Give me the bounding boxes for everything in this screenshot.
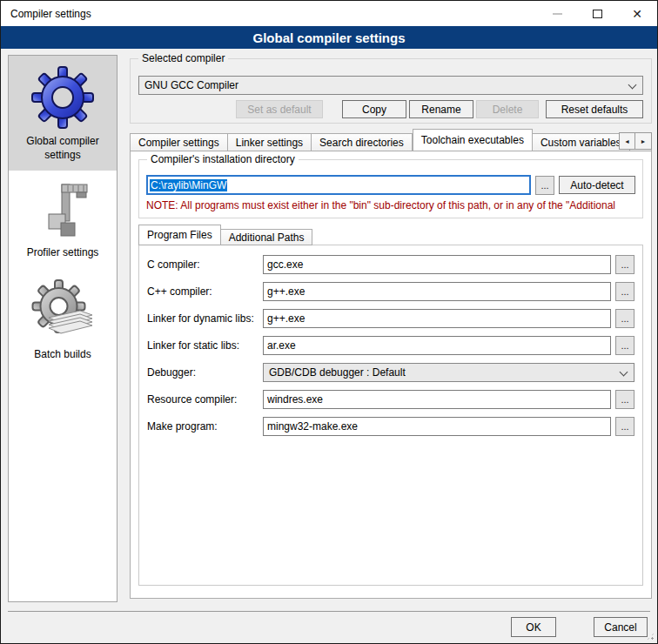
- gear-blue-icon: [30, 64, 96, 131]
- settings-category-list: Global compiler settings: [8, 55, 118, 602]
- field-label: Linker for dynamic libs:: [147, 312, 263, 325]
- field-label: C compiler:: [147, 258, 263, 271]
- dynamic-linker-browse-button[interactable]: ...: [615, 309, 634, 328]
- c-compiler-input[interactable]: [263, 255, 611, 274]
- field-row-make-program: Make program: ...: [147, 417, 634, 436]
- sidebar-item-profiler-settings[interactable]: Profiler settings: [9, 171, 117, 269]
- minimize-button[interactable]: [537, 1, 577, 26]
- title-bar: Compiler settings ✕: [1, 1, 657, 26]
- compiler-select[interactable]: GNU GCC Compiler: [138, 76, 643, 95]
- installation-directory-browse-button[interactable]: ...: [535, 176, 554, 195]
- field-row-cpp-compiler: C++ compiler: ...: [147, 282, 634, 301]
- field-label: Linker for static libs:: [147, 339, 263, 352]
- tab-program-files[interactable]: Program Files: [138, 225, 221, 245]
- window-title: Compiler settings: [1, 8, 91, 20]
- tab-linker-settings[interactable]: Linker settings: [228, 133, 312, 151]
- debugger-select-value: GDB/CDB debugger : Default: [269, 366, 406, 379]
- installation-directory-value: C:\raylib\MinGW: [150, 179, 227, 191]
- c-compiler-browse-button[interactable]: ...: [615, 255, 634, 274]
- field-row-resource-compiler: Resource compiler: ...: [147, 390, 634, 409]
- cpp-compiler-browse-button[interactable]: ...: [615, 282, 634, 301]
- sidebar-item-label: Profiler settings: [14, 246, 111, 260]
- dynamic-linker-input[interactable]: [263, 309, 611, 328]
- installation-directory-group: Compiler's installation directory C:\ray…: [138, 159, 643, 218]
- dialog-body: Global compiler settings: [1, 50, 657, 643]
- maximize-icon: [593, 10, 602, 18]
- tab-scroll-buttons: ◄ ►: [619, 132, 652, 150]
- static-linker-browse-button[interactable]: ...: [615, 336, 634, 355]
- selected-compiler-group: Selected compiler GNU GCC Compiler Set a…: [130, 58, 652, 124]
- sidebar-item-global-compiler-settings[interactable]: Global compiler settings: [9, 56, 117, 171]
- compiler-settings-dialog: Compiler settings ✕ Global compiler sett…: [0, 0, 658, 644]
- close-icon: ✕: [632, 8, 642, 20]
- delete-button[interactable]: Delete: [476, 100, 539, 118]
- chevron-down-icon: [628, 81, 637, 90]
- program-files-tabs: Program Files Additional Paths: [138, 225, 643, 245]
- compiler-settings-tabs: Compiler settings Linker settings Search…: [130, 130, 652, 151]
- gear-stack-icon: [30, 278, 96, 344]
- minimize-icon: [553, 13, 562, 15]
- resource-compiler-input[interactable]: [263, 390, 611, 409]
- field-row-debugger: Debugger: GDB/CDB debugger : Default: [147, 363, 634, 382]
- cancel-button[interactable]: Cancel: [594, 617, 648, 637]
- arrow-left-icon: ◄: [624, 138, 630, 144]
- installation-directory-group-label: Compiler's installation directory: [147, 153, 299, 165]
- caliper-icon: [31, 179, 94, 242]
- auto-detect-button[interactable]: Auto-detect: [559, 176, 635, 194]
- copy-button[interactable]: Copy: [342, 100, 406, 118]
- toolchain-executables-page: Compiler's installation directory C:\ray…: [130, 151, 652, 599]
- maximize-button[interactable]: [577, 1, 617, 26]
- resource-compiler-browse-button[interactable]: ...: [615, 390, 634, 409]
- window-controls: ✕: [537, 1, 657, 26]
- cpp-compiler-input[interactable]: [263, 282, 611, 301]
- sidebar-item-label: Batch builds: [14, 348, 111, 362]
- tab-search-directories[interactable]: Search directories: [312, 133, 413, 151]
- tab-compiler-settings[interactable]: Compiler settings: [130, 133, 228, 151]
- field-row-static-linker: Linker for static libs: ...: [147, 336, 634, 355]
- make-program-input[interactable]: [263, 417, 611, 436]
- field-label: Make program:: [147, 420, 263, 433]
- field-row-dynamic-linker: Linker for dynamic libs: ...: [147, 309, 634, 328]
- make-program-browse-button[interactable]: ...: [615, 417, 634, 436]
- debugger-select[interactable]: GDB/CDB debugger : Default: [263, 363, 634, 382]
- tab-custom-variables[interactable]: Custom variables: [533, 133, 630, 151]
- close-button[interactable]: ✕: [617, 1, 657, 26]
- field-label: C++ compiler:: [147, 285, 263, 298]
- reset-defaults-button[interactable]: Reset defaults: [546, 100, 643, 118]
- field-row-c-compiler: C compiler: ...: [147, 255, 634, 274]
- set-as-default-button[interactable]: Set as default: [236, 100, 323, 118]
- field-label: Debugger:: [147, 366, 263, 379]
- rename-button[interactable]: Rename: [409, 100, 473, 118]
- footer-separator: [8, 611, 650, 612]
- program-files-page: C compiler: ... C++ compiler: ... Linker…: [138, 245, 643, 586]
- static-linker-input[interactable]: [263, 336, 611, 355]
- sidebar-item-batch-builds[interactable]: Batch builds: [9, 269, 117, 371]
- dialog-banner: Global compiler settings: [1, 26, 657, 49]
- installation-directory-input[interactable]: C:\raylib\MinGW: [146, 175, 531, 195]
- installation-directory-row: C:\raylib\MinGW ... Auto-detect: [146, 175, 635, 195]
- arrow-right-icon: ►: [641, 138, 647, 144]
- tab-toolchain-executables[interactable]: Toolchain executables: [413, 129, 533, 151]
- sidebar-item-label: Global compiler settings: [14, 135, 111, 162]
- banner-title: Global compiler settings: [252, 30, 405, 45]
- bin-subdirectory-note: NOTE: All programs must exist either in …: [146, 199, 642, 211]
- field-label: Resource compiler:: [147, 393, 263, 406]
- compiler-select-value: GNU GCC Compiler: [144, 79, 238, 91]
- chevron-down-icon: [620, 368, 628, 377]
- selected-compiler-group-label: Selected compiler: [138, 52, 228, 64]
- compiler-actions-row: Set as default Copy Rename Delete Reset …: [138, 100, 643, 118]
- tab-scroll-right-button[interactable]: ►: [635, 132, 652, 150]
- ok-button[interactable]: OK: [511, 617, 556, 637]
- tab-scroll-left-button[interactable]: ◄: [619, 132, 635, 150]
- tab-additional-paths[interactable]: Additional Paths: [221, 229, 313, 245]
